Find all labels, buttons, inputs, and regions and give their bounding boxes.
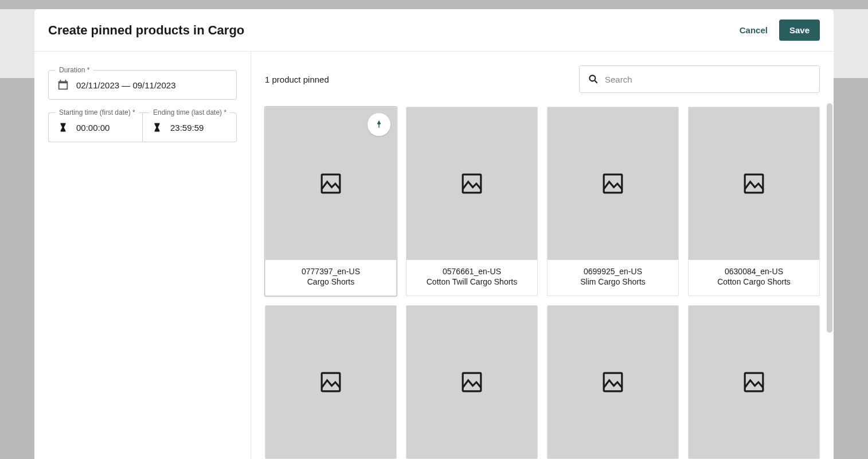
pinned-products-modal: Create pinned products in Cargo Cancel S…: [34, 9, 834, 459]
image-placeholder-icon: [461, 371, 483, 393]
svg-point-4: [589, 75, 595, 81]
header-actions: Cancel Save: [740, 20, 820, 41]
product-info: 0777397_en-USCargo Shorts: [265, 260, 396, 295]
end-time-value: 23:59:59: [170, 123, 204, 133]
product-card[interactable]: 0777397_en-USCargo Shorts: [265, 107, 397, 296]
product-image-placeholder: [689, 306, 819, 458]
product-name: Cotton Cargo Shorts: [693, 277, 815, 286]
svg-rect-13: [745, 373, 763, 391]
main-content: 1 product pinned 0777397_en-USCargo Shor…: [251, 52, 834, 459]
pin-badge[interactable]: [367, 113, 390, 136]
image-placeholder-icon: [602, 371, 624, 393]
product-grid: 0777397_en-USCargo Shorts 0576661_en-USC…: [265, 107, 820, 459]
product-card[interactable]: 0630084_en-USCotton Cargo Shorts: [688, 107, 820, 296]
scrollbar-thumb[interactable]: [827, 103, 832, 333]
product-sku: 0699925_en-US: [552, 267, 674, 276]
product-image-placeholder: [406, 107, 537, 260]
save-button[interactable]: Save: [779, 20, 820, 41]
duration-value: 02/11/2023 — 09/11/2023: [76, 80, 175, 90]
end-time-field[interactable]: Ending time (last date) * 23:59:59: [142, 112, 237, 142]
hourglass-icon: [57, 121, 69, 134]
product-info: 0699925_en-USSlim Cargo Shorts: [548, 260, 678, 295]
start-time-label: Starting time (first date) *: [56, 108, 139, 116]
product-image-placeholder: [406, 306, 537, 458]
product-image-placeholder: [265, 306, 396, 458]
svg-rect-6: [322, 174, 340, 193]
svg-line-5: [595, 81, 597, 83]
svg-rect-7: [463, 174, 481, 193]
duration-label: Duration *: [56, 66, 93, 74]
svg-rect-10: [322, 373, 340, 391]
cancel-button[interactable]: Cancel: [740, 25, 768, 35]
image-placeholder-icon: [320, 173, 342, 195]
product-name: Slim Cargo Shorts: [552, 277, 674, 286]
svg-rect-11: [463, 373, 481, 391]
product-sku: 0576661_en-US: [411, 267, 533, 276]
svg-rect-3: [65, 80, 67, 83]
svg-rect-12: [604, 373, 622, 391]
hourglass-icon: [151, 121, 163, 134]
product-image-placeholder: [548, 306, 678, 458]
search-wrap[interactable]: [579, 65, 820, 93]
pinned-count: 1 product pinned: [265, 75, 329, 84]
product-name: Cotton Twill Cargo Shorts: [411, 277, 533, 286]
image-placeholder-icon: [743, 173, 765, 195]
modal-body: Duration * 02/11/2023 — 09/11/2023 Start…: [34, 52, 834, 459]
end-time-label: Ending time (last date) *: [150, 108, 230, 116]
svg-rect-2: [60, 80, 61, 83]
search-input[interactable]: [605, 75, 811, 84]
modal-title: Create pinned products in Cargo: [48, 23, 244, 38]
product-name: Cargo Shorts: [270, 277, 392, 286]
duration-field[interactable]: Duration * 02/11/2023 — 09/11/2023: [48, 70, 237, 100]
image-placeholder-icon: [320, 371, 342, 393]
pin-icon: [374, 119, 384, 130]
product-image-placeholder: [265, 107, 396, 260]
product-card[interactable]: [265, 305, 397, 459]
product-card[interactable]: 0576661_en-USCotton Twill Cargo Shorts: [406, 107, 538, 296]
image-placeholder-icon: [743, 371, 765, 393]
svg-rect-1: [60, 83, 67, 88]
product-card[interactable]: [406, 305, 538, 459]
calendar-icon: [57, 79, 69, 91]
start-time-field[interactable]: Starting time (first date) * 00:00:00: [48, 112, 142, 142]
start-time-value: 00:00:00: [76, 123, 110, 133]
time-row: Starting time (first date) * 00:00:00 En…: [48, 112, 237, 142]
product-info: 0576661_en-USCotton Twill Cargo Shorts: [406, 260, 537, 295]
product-image-placeholder: [548, 107, 678, 260]
svg-rect-9: [745, 174, 763, 193]
sidebar: Duration * 02/11/2023 — 09/11/2023 Start…: [34, 52, 251, 459]
product-card[interactable]: [547, 305, 679, 459]
svg-rect-8: [604, 174, 622, 193]
image-placeholder-icon: [602, 173, 624, 195]
main-header: 1 product pinned: [265, 65, 820, 93]
product-sku: 0777397_en-US: [270, 267, 392, 276]
product-card[interactable]: 0699925_en-USSlim Cargo Shorts: [547, 107, 679, 296]
product-card[interactable]: [688, 305, 820, 459]
scrollbar[interactable]: [827, 103, 832, 459]
search-icon: [588, 73, 599, 85]
product-sku: 0630084_en-US: [693, 267, 815, 276]
product-image-placeholder: [689, 107, 819, 260]
product-info: 0630084_en-USCotton Cargo Shorts: [689, 260, 819, 295]
image-placeholder-icon: [461, 173, 483, 195]
modal-header: Create pinned products in Cargo Cancel S…: [34, 9, 834, 52]
